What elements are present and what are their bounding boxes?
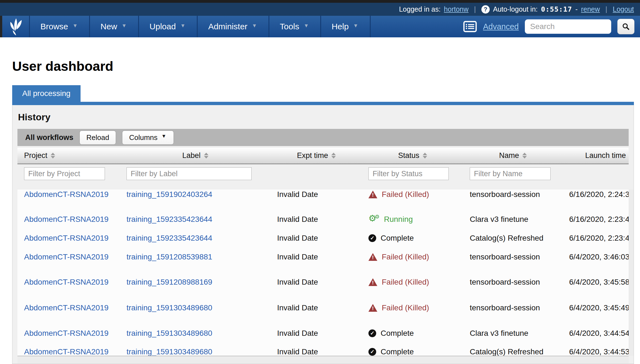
search-input[interactable] [525,19,611,34]
sort-icon[interactable] [423,153,427,158]
launch-time-value: 6/16/2020, 2:23:4 [563,214,629,224]
topbar-separator: | [603,5,610,13]
column-label: Project [24,151,47,160]
workflow-name: Catalog(s) Refreshed [463,347,563,356]
main-nav-bar: Browse New Upload Administer Tools Help … [0,16,640,37]
warning-triangle-icon [368,304,377,312]
username-link[interactable]: hortonw [444,5,469,13]
table-row: AbdomenCT-RSNA2019 training_159130348968… [17,303,629,328]
nav-item-browse[interactable]: Browse [30,16,90,37]
filter-project-input[interactable] [24,167,105,180]
filter-label-input[interactable] [127,167,252,180]
expt-time-value: Invalid Date [271,189,362,199]
column-header-expt-time[interactable]: Expt time [271,151,362,160]
autologout-timer: 0:55:17 [541,5,572,13]
nav-item-tools[interactable]: Tools [269,16,321,37]
logout-link[interactable]: Logout [613,5,634,13]
expt-time-value: Invalid Date [271,303,362,313]
expt-time-value: Invalid Date [271,252,362,262]
chevron-down-icon [73,24,79,29]
all-processing-panel: History All workflows Reload Columns Pro… [12,105,634,364]
nav-item-administer[interactable]: Administer [198,16,269,37]
nav-label: Browse [40,22,68,31]
filter-status-input[interactable] [368,167,449,180]
workflow-name: tensorboard-session [463,252,563,262]
label-link[interactable]: training_1591208988169 [127,278,212,286]
column-header-name[interactable]: Name [463,151,563,160]
top-user-bar: Logged in as: hortonw | ? Auto-logout in… [0,3,640,16]
column-header-label[interactable]: Label [120,151,271,160]
launch-time-value: 6/4/2020, 3:44:53 [563,347,629,356]
label-link[interactable]: training_1591902403264 [127,190,212,199]
timer-dash: - [576,5,578,13]
chevron-down-icon [161,135,167,140]
expt-time-value: Invalid Date [271,347,362,356]
help-question-icon[interactable]: ? [481,5,490,14]
status-cell: Failed (Killed) [362,252,463,262]
search-button[interactable] [617,19,634,34]
sort-icon[interactable] [522,153,527,158]
nav-item-new[interactable]: New [90,16,139,37]
column-header-status[interactable]: Status [362,151,463,160]
workflow-name: tensorboard-session [463,303,563,313]
window-top-edge [0,0,640,3]
column-header-launch-time: Launch time [563,151,629,160]
expt-time-value: Invalid Date [271,328,362,338]
history-toolbar: All workflows Reload Columns [17,129,629,146]
vertical-scrollbar[interactable] [629,189,634,356]
label-link[interactable]: training_1592335423644 [127,215,212,223]
launch-time-value: 6/4/2020, 3:45:49 [563,303,629,313]
sort-icon[interactable] [331,153,336,158]
site-logo[interactable] [2,16,30,37]
table-row: AbdomenCT-RSNA2019 training_159233542364… [17,233,629,252]
workflow-name: tensorboard-session [463,189,563,199]
label-link[interactable]: training_1592335423644 [127,234,212,242]
nav-item-help[interactable]: Help [321,16,371,37]
project-link[interactable]: AbdomenCT-RSNA2019 [24,303,109,312]
status-cell: Failed (Killed) [362,303,463,313]
chevron-down-icon [252,24,258,29]
magnifier-icon [622,22,630,31]
horizontal-scrollbar[interactable] [17,356,629,363]
project-link[interactable]: AbdomenCT-RSNA2019 [24,215,109,223]
chevron-down-icon [180,24,186,29]
column-label: Name [499,151,519,160]
autologout-label: Auto-logout in: [493,5,538,13]
label-link[interactable]: training_1591208539881 [127,253,212,261]
project-link[interactable]: AbdomenCT-RSNA2019 [24,347,109,356]
chevron-down-icon [304,24,310,29]
status-text: Failed (Killed) [382,252,429,262]
label-link[interactable]: training_1591303489680 [127,329,212,337]
workflow-name: Clara v3 finetune [463,328,563,338]
warning-triangle-icon [368,253,377,261]
warning-triangle-icon [368,191,377,198]
status-cell: Failed (Killed) [362,189,463,199]
status-text: Failed (Killed) [382,303,429,313]
sort-icon[interactable] [204,153,208,158]
nav-item-upload[interactable]: Upload [139,16,198,37]
filter-name-input[interactable] [470,167,551,180]
project-link[interactable]: AbdomenCT-RSNA2019 [24,329,109,337]
status-text: Complete [381,328,414,338]
chevron-down-icon [122,24,128,29]
reload-button[interactable]: Reload [79,131,116,145]
project-link[interactable]: AbdomenCT-RSNA2019 [24,278,109,286]
advanced-search-link[interactable]: Advanced [483,22,519,31]
project-link[interactable]: AbdomenCT-RSNA2019 [24,190,109,199]
tab-all-processing[interactable]: All processing [12,85,81,102]
advanced-search-list-icon[interactable] [463,21,477,32]
workflow-name: Catalog(s) Refreshed [463,233,563,243]
renew-link[interactable]: renew [581,5,600,13]
sort-icon[interactable] [51,153,55,158]
label-link[interactable]: training_1591303489680 [127,303,212,312]
tab-underline [12,102,634,105]
column-header-project[interactable]: Project [17,151,120,160]
project-link[interactable]: AbdomenCT-RSNA2019 [24,253,109,261]
workflow-name: Clara v3 finetune [463,214,563,224]
launch-time-value: 6/4/2020, 3:46:03 [563,252,629,262]
columns-button[interactable]: Columns [122,131,174,145]
columns-button-label: Columns [129,133,158,142]
label-link[interactable]: training_1591303489680 [127,347,212,356]
workflow-name: tensorboard-session [463,277,563,287]
project-link[interactable]: AbdomenCT-RSNA2019 [24,234,109,242]
